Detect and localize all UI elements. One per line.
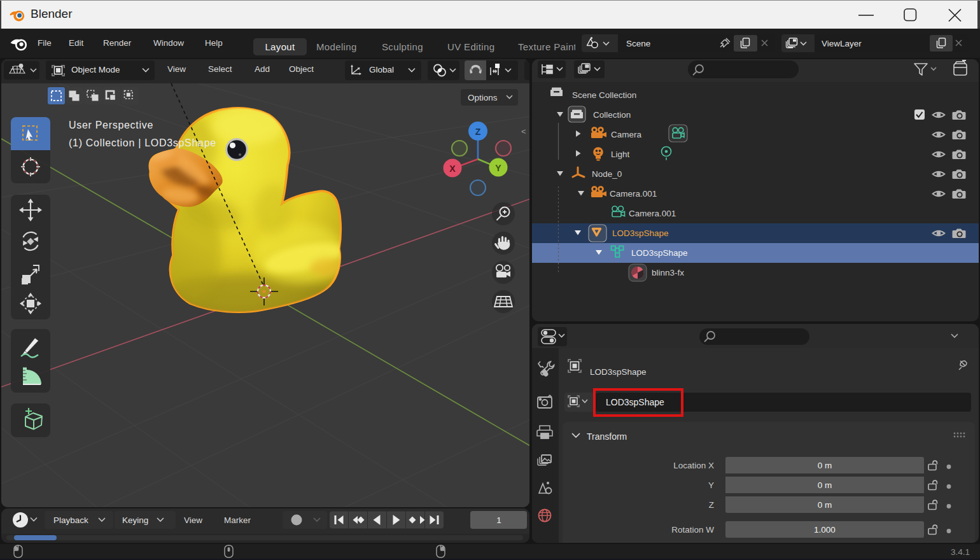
svg-text:0 m: 0 m bbox=[818, 500, 832, 510]
svg-text:Transform: Transform bbox=[587, 431, 627, 442]
svg-text:Location X: Location X bbox=[673, 461, 714, 470]
svg-text:Camera: Camera bbox=[611, 130, 642, 139]
svg-text:Z: Z bbox=[709, 500, 714, 510]
svg-text:LOD3spShape: LOD3spShape bbox=[590, 367, 647, 377]
svg-text:blinn3-fx: blinn3-fx bbox=[652, 268, 684, 277]
svg-text:0 m: 0 m bbox=[818, 461, 832, 470]
svg-text:3.4.1: 3.4.1 bbox=[951, 547, 970, 557]
svg-text:X: X bbox=[449, 164, 456, 174]
svg-text:Camera.001: Camera.001 bbox=[629, 209, 676, 218]
svg-text:Keying: Keying bbox=[122, 515, 148, 525]
svg-text:LOD3spShape: LOD3spShape bbox=[612, 228, 669, 238]
svg-text:1: 1 bbox=[496, 515, 501, 525]
svg-text:Playback: Playback bbox=[53, 515, 88, 525]
svg-text:User Perspective: User Perspective bbox=[69, 120, 153, 130]
svg-text:(1) Collection | LOD3spShape: (1) Collection | LOD3spShape bbox=[69, 137, 216, 148]
svg-text:1.000: 1.000 bbox=[814, 525, 836, 535]
svg-text:Y: Y bbox=[708, 480, 714, 490]
svg-text:LOD3spShape: LOD3spShape bbox=[631, 248, 688, 258]
svg-text:0 m: 0 m bbox=[818, 480, 832, 490]
svg-text:Rotation W: Rotation W bbox=[671, 525, 714, 535]
svg-text:Light: Light bbox=[611, 150, 630, 159]
svg-text:Collection: Collection bbox=[593, 110, 631, 120]
svg-text:Options: Options bbox=[468, 93, 498, 102]
svg-text:View: View bbox=[184, 515, 202, 525]
svg-text:<: < bbox=[521, 127, 526, 136]
svg-text:LOD3spShape: LOD3spShape bbox=[606, 397, 664, 407]
svg-text:Node_0: Node_0 bbox=[592, 169, 622, 179]
svg-text:Camera.001: Camera.001 bbox=[610, 189, 657, 199]
svg-text:Z: Z bbox=[475, 127, 481, 137]
svg-text:Scene Collection: Scene Collection bbox=[572, 90, 636, 100]
svg-text:Y: Y bbox=[495, 163, 501, 173]
svg-text:Marker: Marker bbox=[224, 515, 251, 525]
